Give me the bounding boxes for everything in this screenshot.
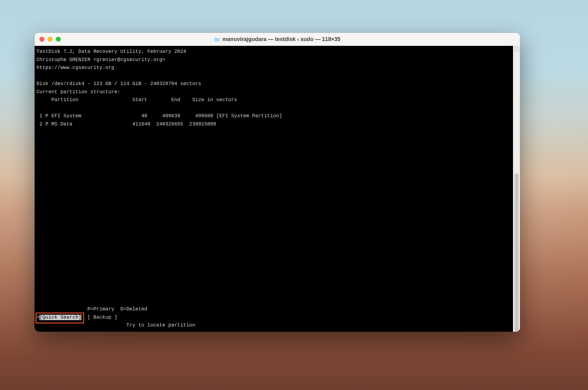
partition-row-1: 1 P EFI System 40 409639 409600 [EFI Sys… (36, 112, 513, 120)
blank-line (36, 297, 513, 306)
blank-line (36, 176, 513, 185)
blank-line (36, 225, 513, 233)
desktop-background: manuvirajgodara — testdisk ‹ sudo — 118×… (0, 0, 588, 390)
titlebar[interactable]: manuvirajgodara — testdisk ‹ sudo — 118×… (35, 33, 520, 46)
disk-line: Disk /dev/rdisk4 - 123 GB / 114 GiB - 24… (36, 80, 513, 88)
author-line: Christophe GRENIER <grenier@cgsecurity.o… (36, 56, 513, 64)
traffic-lights (35, 37, 61, 42)
blank-line (36, 241, 513, 249)
url-line: https://www.cgsecurity.org (36, 64, 513, 72)
hint-line: Try to locate partition (36, 321, 513, 330)
blank-line (36, 281, 513, 289)
window-title: manuvirajgodara — testdisk ‹ sudo — 118×… (35, 36, 520, 43)
blank-line (36, 185, 513, 193)
blank-line (36, 169, 513, 177)
blank-line (36, 265, 513, 273)
partition-row-2: 2 P MS Data 411648 240326655 239915008 (36, 120, 513, 128)
menu-line[interactable]: >[Quick Search] [ Backup ] (36, 313, 513, 322)
window-title-text: manuvirajgodara — testdisk ‹ sudo — 118×… (222, 36, 340, 43)
blank-line (36, 217, 513, 225)
app-version-line: TestDisk 7.2, Data Recovery Utility, Feb… (36, 48, 513, 56)
scroll-up-button[interactable] (513, 46, 520, 52)
structure-header: Current partition structure: (36, 88, 513, 96)
blank-line (36, 273, 513, 281)
terminal-area: TestDisk 7.2, Data Recovery Utility, Feb… (35, 46, 520, 332)
columns-header: Partition Start End Size in sectors (36, 96, 513, 104)
blank-line (36, 289, 513, 297)
blank-line (36, 257, 513, 265)
blank-line (36, 193, 513, 201)
quick-search-menu-item[interactable]: [Quick Search] (39, 315, 81, 320)
backup-menu-item[interactable]: [ Backup ] (87, 315, 118, 320)
blank-line (36, 233, 513, 241)
scroll-thumb[interactable] (514, 173, 519, 331)
legend-line: P=Primary D=Deleted (36, 305, 513, 313)
minimize-button[interactable] (48, 37, 53, 42)
folder-icon (214, 37, 220, 42)
blank-line (36, 201, 513, 209)
scrollbar[interactable] (513, 46, 520, 332)
terminal-content[interactable]: TestDisk 7.2, Data Recovery Utility, Feb… (35, 46, 513, 332)
blank-line (36, 160, 513, 169)
blank-line (36, 152, 513, 161)
blank-line (36, 136, 513, 145)
terminal-window: manuvirajgodara — testdisk ‹ sudo — 118×… (35, 33, 520, 332)
blank-line (36, 72, 513, 80)
blank-line (36, 128, 513, 136)
blank-line (36, 209, 513, 217)
blank-line (36, 249, 513, 257)
blank-line (36, 104, 513, 112)
zoom-button[interactable] (56, 37, 61, 42)
close-button[interactable] (39, 37, 44, 42)
blank-line (36, 144, 513, 152)
